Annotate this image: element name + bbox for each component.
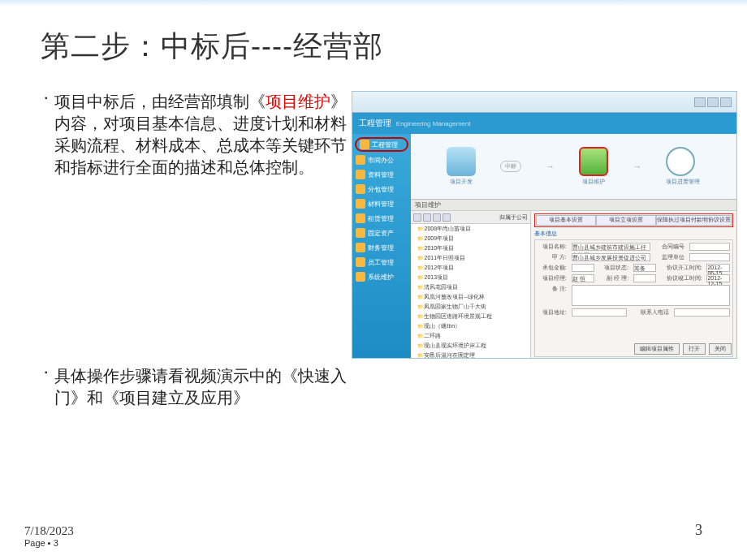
- module-icon: [356, 272, 365, 282]
- arrow-icon: →: [546, 162, 555, 171]
- main-pane: 项目开发 中标 → 项目维护 → 项目进度管理 项目维护: [411, 134, 736, 358]
- content-area: 项目中标后，由经营部填制《项目维护》内容，对项目基本信息、进度计划和材料采购流程…: [0, 67, 747, 419]
- tool-icon[interactable]: [433, 213, 441, 222]
- label-amount: 承包金额:: [538, 264, 567, 272]
- tree-item[interactable]: 清风花园项目: [417, 282, 530, 292]
- arrow-icon: →: [633, 162, 641, 171]
- sidebar-label: 材料管理: [368, 200, 394, 209]
- bullet-1: 项目中标后，由经营部填制《项目维护》内容，对项目基本信息、进度计划和材料采购流程…: [45, 91, 348, 179]
- tree-item[interactable]: 2013项目: [417, 273, 530, 282]
- field-jiafang[interactable]: 曹山县城乡发展投资促进公司: [572, 253, 650, 261]
- form-buttons: 编辑项目属性 打开 关闭: [634, 343, 732, 355]
- tree-item[interactable]: 生物园区道路环境景观工程: [417, 312, 530, 321]
- edit-button[interactable]: 编辑项目属性: [634, 343, 680, 355]
- tab-basic[interactable]: 项目基本设置: [536, 215, 596, 226]
- module-icon: [356, 155, 365, 165]
- app-screenshot: 工程管理 Engineering Management 工程管理 市间办公 资料…: [352, 91, 737, 359]
- minimize-icon[interactable]: [694, 97, 706, 107]
- project-tree[interactable]: 归属于公司 2008年尚山苗项目 2009年项目 2010年项目 2011年日照…: [411, 211, 531, 358]
- sidebar-label: 财务管理: [368, 243, 394, 252]
- sidebar-item-docs[interactable]: 资料管理: [352, 167, 411, 182]
- field-start[interactable]: 2012-06-15: [706, 264, 729, 272]
- sidebar: 工程管理 市间办公 资料管理 分包管理 材料管理 租赁管理 固定资产 财务管理 …: [352, 134, 411, 358]
- tree-list: 2008年尚山苗项目 2009年项目 2010年项目 2011年日照项目 201…: [411, 224, 530, 358]
- label-contact: 联系人电话: [632, 308, 669, 317]
- tree-item[interactable]: 凤凰河整改项目--绿化林: [417, 292, 530, 302]
- sidebar-label: 固定资产: [368, 229, 394, 238]
- tab-approval[interactable]: 项目立项设置: [596, 215, 656, 226]
- module-header: 工程管理 Engineering Management: [352, 113, 736, 134]
- open-button[interactable]: 打开: [683, 343, 706, 355]
- sidebar-item-subcontract[interactable]: 分包管理: [352, 182, 411, 196]
- close-button[interactable]: 关闭: [709, 343, 732, 355]
- sidebar-item-assets[interactable]: 固定资产: [352, 226, 411, 240]
- module-icon: [360, 140, 369, 149]
- footer-date: 7/18/2023: [24, 524, 74, 538]
- label-unit: 合同编号: [655, 243, 684, 251]
- left-column: 项目中标后，由经营部填制《项目维护》内容，对项目基本信息、进度计划和材料采购流程…: [45, 91, 352, 419]
- tree-item[interactable]: 安邑后温河在固定理: [417, 351, 530, 358]
- field-end[interactable]: 2012-12-15: [706, 274, 729, 282]
- footer-page-number: 3: [695, 522, 702, 539]
- module-icon: [356, 243, 365, 252]
- tree-item[interactable]: 2008年尚山苗项目: [417, 224, 530, 234]
- tree-item[interactable]: 2012年项目: [417, 263, 530, 273]
- flow-row: 项目开发 中标 → 项目维护 → 项目进度管理: [411, 134, 736, 199]
- tree-item[interactable]: 凤凰园家生物厂山千大街: [417, 302, 530, 312]
- sidebar-item-system[interactable]: 系统维护: [352, 269, 411, 284]
- sidebar-item-finance[interactable]: 财务管理: [352, 240, 411, 255]
- module-icon: [356, 213, 365, 223]
- sidebar-item-engineering[interactable]: 工程管理: [355, 137, 408, 152]
- field-contract-no[interactable]: [689, 243, 730, 251]
- flow-maintain[interactable]: 项目维护: [579, 147, 608, 186]
- clock-icon: [666, 147, 695, 176]
- flow-label: 项目维护: [582, 179, 605, 184]
- sidebar-label: 分包管理: [368, 185, 394, 194]
- label-status: 项目状态:: [599, 264, 628, 272]
- tool-icon[interactable]: [443, 213, 451, 222]
- slide-title: 第二步：中标后----经营部: [0, 6, 747, 67]
- module-icon: [356, 257, 365, 267]
- field-status[interactable]: 筹备: [633, 264, 656, 272]
- tree-filter-label: 归属于公司: [499, 213, 528, 222]
- sidebar-item-material[interactable]: 材料管理: [352, 196, 411, 211]
- label-addr: 项目地址:: [538, 308, 567, 317]
- module-title-en: Engineering Management: [396, 120, 471, 127]
- tree-item[interactable]: 2011年日照项目: [417, 253, 530, 263]
- flow-dev[interactable]: 项目开发: [447, 147, 476, 186]
- tab-payment[interactable]: 保障执过项目付款明协议设置: [656, 215, 732, 226]
- sidebar-item-staff[interactable]: 员工管理: [352, 255, 411, 269]
- label-desc: 备 注:: [538, 285, 567, 306]
- label-end: 协议竣工时间:: [661, 274, 702, 282]
- field-desc[interactable]: [572, 285, 730, 306]
- field-project-name[interactable]: 曹山县城乡建筑市建设施工任务施工E: [572, 243, 650, 251]
- form-pane: 项目基本设置 项目立项设置 保障执过项目付款明协议设置 基本信息 项目名称: 曹…: [531, 211, 736, 358]
- sidebar-item-lease[interactable]: 租赁管理: [352, 211, 411, 226]
- field-vice[interactable]: [633, 274, 656, 282]
- field-value: 赵 恒: [572, 276, 585, 282]
- maximize-icon[interactable]: [707, 97, 719, 107]
- tree-item[interactable]: 2010年项目: [417, 243, 530, 253]
- field-manager[interactable]: 赵 恒: [572, 274, 594, 282]
- field-supervisor[interactable]: [689, 253, 730, 261]
- tree-item[interactable]: 现山（缅tbn）: [417, 321, 530, 331]
- field-value: 筹备: [634, 265, 646, 271]
- tree-item[interactable]: 二环路: [417, 331, 530, 341]
- tool-icon[interactable]: [413, 213, 421, 222]
- window-titlebar: [352, 92, 736, 113]
- bullet-1-text-a: 项目中标后，由经营部填制《: [54, 93, 266, 110]
- sidebar-label: 资料管理: [368, 170, 394, 179]
- field-contact[interactable]: [674, 308, 730, 317]
- tool-icon[interactable]: [423, 213, 431, 222]
- flow-label: 项目进度管理: [666, 179, 700, 184]
- sidebar-label: 员工管理: [368, 258, 394, 267]
- slide-footer: 7/18/2023 Page ▪ 3 3: [0, 522, 747, 548]
- label-manager: 项目经理:: [538, 274, 567, 282]
- field-addr[interactable]: [572, 308, 628, 317]
- flow-progress[interactable]: 项目进度管理: [666, 147, 700, 186]
- close-icon[interactable]: [720, 97, 732, 107]
- sidebar-item-office[interactable]: 市间办公: [352, 153, 411, 167]
- field-amount[interactable]: [572, 264, 594, 272]
- tree-item[interactable]: 现山县现实环境护岸工程: [417, 341, 530, 351]
- tree-item[interactable]: 2009年项目: [417, 234, 530, 243]
